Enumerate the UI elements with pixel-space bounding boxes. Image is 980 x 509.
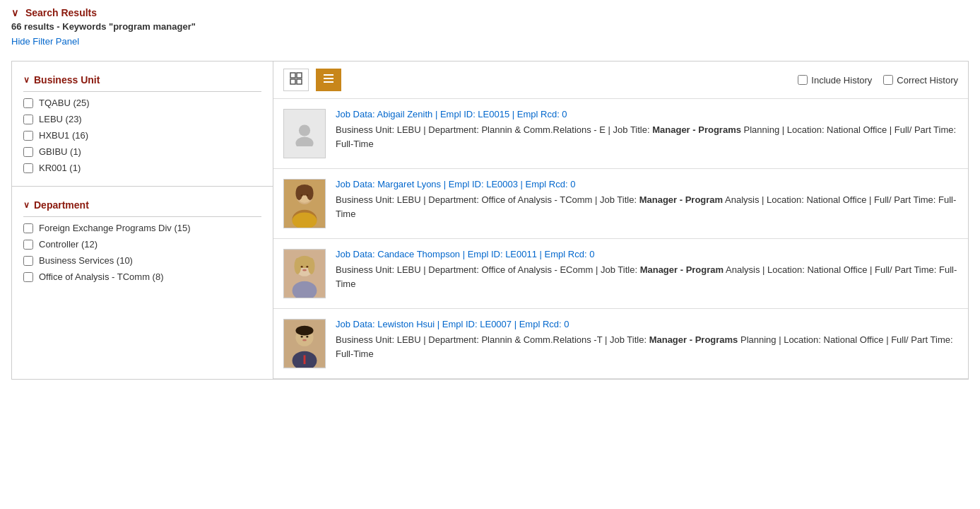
list-view-button[interactable]: [316, 69, 341, 91]
label-hxbu1: HXBU1 (16): [39, 130, 88, 141]
svg-point-24: [308, 258, 315, 274]
filter-item-hxbu1: HXBU1 (16): [23, 130, 261, 141]
business-unit-header[interactable]: ∨ Business Unit: [23, 69, 261, 92]
filter-item-tqabu: TQABU (25): [23, 98, 261, 108]
svg-rect-3: [297, 79, 302, 84]
include-history-label: Include History: [811, 75, 872, 86]
label-kr001: KR001 (1): [39, 163, 81, 173]
result-link[interactable]: Job Data: Lewiston Hsui | Empl ID: LE000…: [336, 319, 569, 329]
results-toolbar: Include History Correct History: [273, 62, 968, 99]
svg-point-15: [307, 187, 314, 200]
result-info: Job Data: Abigail Zenith | Empl ID: LE00…: [336, 109, 958, 151]
avatar: [283, 319, 326, 368]
filter-panel: ∨ Business Unit TQABU (25) LEBU (23) HXB…: [12, 62, 273, 379]
svg-rect-2: [290, 79, 295, 84]
page-wrapper: ∨ Search Results 66 results - Keywords "…: [0, 0, 980, 387]
result-link[interactable]: Job Data: Margaret Lyons | Empl ID: LE00…: [336, 179, 575, 189]
department-section: ∨ Department Foreign Exchange Programs D…: [12, 187, 273, 295]
checkbox-kr001[interactable]: [23, 163, 33, 173]
svg-point-25: [301, 266, 303, 268]
result-list: Job Data: Abigail Zenith | Empl ID: LE00…: [273, 99, 968, 379]
filter-item-kr001: KR001 (1): [23, 163, 261, 173]
checkbox-foreign[interactable]: [23, 223, 33, 233]
checkbox-hxbu1[interactable]: [23, 131, 33, 141]
list-icon: [322, 72, 335, 88]
avatar: [283, 249, 326, 298]
svg-point-18: [293, 213, 317, 228]
result-details: Business Unit: LEBU | Department: Planni…: [336, 333, 958, 361]
hide-filter-link[interactable]: Hide Filter Panel: [11, 36, 79, 47]
svg-point-14: [295, 187, 302, 200]
result-info: Job Data: Lewiston Hsui | Empl ID: LE000…: [336, 319, 958, 361]
label-tqabu: TQABU (25): [39, 98, 90, 108]
business-unit-label: Business Unit: [34, 74, 100, 86]
department-header[interactable]: ∨ Department: [23, 194, 261, 217]
history-options: Include History Correct History: [798, 75, 958, 86]
include-history-checkbox[interactable]: [798, 75, 808, 85]
svg-point-17: [306, 194, 308, 197]
result-info: Job Data: Candace Thompson | Empl ID: LE…: [336, 249, 958, 291]
filter-item-officeanalysis: Office of Analysis - TComm (8): [23, 271, 261, 282]
department-label: Department: [34, 199, 89, 211]
filter-item-gbibu: GBIBU (1): [23, 146, 261, 157]
results-count: 66 results - Keywords "program manager": [11, 21, 969, 32]
svg-point-16: [301, 194, 303, 197]
svg-point-31: [295, 326, 313, 336]
filter-item-bizservices: Business Services (10): [23, 255, 261, 266]
correct-history-option[interactable]: Correct History: [883, 75, 958, 86]
label-foreign: Foreign Exchange Programs Div (15): [39, 223, 191, 233]
result-details: Business Unit: LEBU | Department: Planni…: [336, 123, 958, 151]
department-chevron-icon: ∨: [23, 200, 30, 210]
label-lebu: LEBU (23): [39, 114, 82, 124]
avatar: [283, 109, 326, 158]
checkbox-controller[interactable]: [23, 240, 33, 250]
department-items: Foreign Exchange Programs Div (15) Contr…: [23, 223, 261, 282]
grid-view-button[interactable]: [283, 69, 309, 91]
label-bizservices: Business Services (10): [39, 255, 133, 266]
filter-item-foreign: Foreign Exchange Programs Div (15): [23, 223, 261, 233]
main-content: ∨ Business Unit TQABU (25) LEBU (23) HXB…: [11, 61, 969, 380]
chevron-icon: ∨: [23, 75, 30, 85]
avatar-placeholder: [284, 110, 325, 158]
results-panel: Include History Correct History: [273, 62, 968, 379]
result-link[interactable]: Job Data: Candace Thompson | Empl ID: LE…: [336, 249, 594, 259]
avatar: [283, 179, 326, 228]
svg-point-34: [302, 339, 307, 341]
svg-point-26: [306, 266, 308, 268]
result-info: Job Data: Margaret Lyons | Empl ID: LE00…: [336, 179, 958, 221]
checkbox-bizservices[interactable]: [23, 256, 33, 266]
svg-point-23: [295, 258, 302, 274]
label-officeanalysis: Office of Analysis - TComm (8): [39, 271, 164, 282]
label-gbibu: GBIBU (1): [39, 146, 81, 157]
chevron-down-icon: ∨: [11, 7, 18, 18]
include-history-option[interactable]: Include History: [798, 75, 872, 86]
svg-point-27: [302, 269, 307, 271]
grid-icon: [290, 72, 302, 88]
business-unit-section: ∨ Business Unit TQABU (25) LEBU (23) HXB…: [12, 62, 273, 186]
search-results-header[interactable]: ∨ Search Results: [11, 7, 969, 18]
section-title: Search Results: [25, 7, 97, 18]
table-row: Job Data: Abigail Zenith | Empl ID: LE00…: [273, 99, 968, 169]
checkbox-gbibu[interactable]: [23, 147, 33, 157]
checkbox-lebu[interactable]: [23, 115, 33, 124]
result-link[interactable]: Job Data: Abigail Zenith | Empl ID: LE00…: [336, 109, 567, 119]
business-unit-items: TQABU (25) LEBU (23) HXBU1 (16) GBIBU (1…: [23, 98, 261, 173]
label-controller: Controller (12): [39, 239, 98, 250]
svg-point-32: [301, 336, 303, 338]
table-row: Job Data: Candace Thompson | Empl ID: LE…: [273, 239, 968, 309]
svg-point-8: [295, 137, 313, 147]
table-row: Job Data: Margaret Lyons | Empl ID: LE00…: [273, 169, 968, 239]
checkbox-officeanalysis[interactable]: [23, 272, 33, 282]
svg-point-33: [306, 336, 308, 338]
filter-item-lebu: LEBU (23): [23, 114, 261, 124]
correct-history-checkbox[interactable]: [883, 75, 893, 85]
checkbox-tqabu[interactable]: [23, 98, 33, 108]
svg-rect-1: [297, 73, 302, 78]
svg-point-7: [299, 124, 310, 136]
filter-item-controller: Controller (12): [23, 239, 261, 250]
svg-rect-0: [290, 73, 295, 78]
correct-history-label: Correct History: [897, 75, 958, 86]
table-row: Job Data: Lewiston Hsui | Empl ID: LE000…: [273, 309, 968, 379]
result-details: Business Unit: LEBU | Department: Office…: [336, 193, 958, 221]
result-details: Business Unit: LEBU | Department: Office…: [336, 263, 958, 291]
